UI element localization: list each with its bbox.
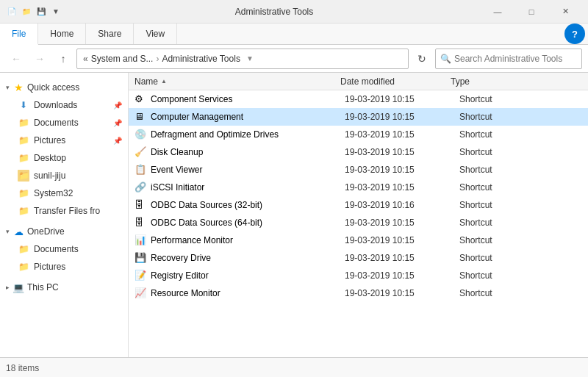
file-icon: 🖥 bbox=[135, 111, 146, 123]
address-path[interactable]: « System and S... › Administrative Tools… bbox=[76, 49, 409, 69]
table-row[interactable]: 📋 Event Viewer 19-03-2019 10:15 Shortcut bbox=[129, 161, 588, 179]
pin-icon-docs: 📌 bbox=[113, 119, 122, 127]
file-name-cell: 🧹 Disk Cleanup bbox=[135, 146, 340, 158]
sidebar-item-transfer[interactable]: 📁 Transfer Files fro bbox=[0, 202, 128, 220]
file-name-text: Performance Monitor bbox=[151, 235, 233, 245]
downloads-label: Downloads bbox=[34, 100, 77, 110]
documents-icon: 📁 bbox=[18, 117, 29, 129]
file-icon: 🧹 bbox=[135, 146, 146, 158]
sidebar-item-this-pc[interactable]: ▸ 💻 This PC bbox=[0, 279, 128, 296]
documents-label: Documents bbox=[34, 118, 79, 128]
col-header-type[interactable]: Type bbox=[451, 76, 582, 87]
minimize-button[interactable]: — bbox=[481, 0, 514, 24]
onedrive-docs-label: Documents bbox=[34, 244, 79, 254]
file-name-text: Defragment and Optimize Drives bbox=[151, 129, 279, 140]
table-row[interactable]: 📈 Resource Monitor 19-03-2019 10:15 Shor… bbox=[129, 284, 588, 302]
file-type-cell: Shortcut bbox=[459, 235, 582, 245]
file-date-cell: 19-03-2019 10:15 bbox=[345, 235, 455, 245]
back-button[interactable]: ← bbox=[6, 49, 26, 69]
pin-icon-pics: 📌 bbox=[113, 137, 122, 145]
file-type-cell: Shortcut bbox=[459, 200, 582, 210]
sidebar-item-onedrive-pics[interactable]: 📁 Pictures bbox=[0, 258, 128, 276]
folder-icon-transfer: 📁 bbox=[18, 205, 29, 217]
file-type-cell: Shortcut bbox=[459, 182, 582, 193]
col-header-name[interactable]: Name ▲ bbox=[135, 76, 340, 87]
file-date-cell: 19-03-2019 10:15 bbox=[345, 94, 455, 104]
file-name-cell: ⚙ Component Services bbox=[135, 93, 340, 105]
path-system: System and S... bbox=[91, 54, 154, 64]
file-icon: 💿 bbox=[135, 129, 146, 140]
sidebar-item-system32[interactable]: 📁 System32 bbox=[0, 184, 128, 202]
folder-icon-onedrive-pics: 📁 bbox=[18, 261, 29, 273]
tab-file[interactable]: File bbox=[0, 24, 38, 45]
window-title: Administrative Tools bbox=[68, 7, 481, 17]
sidebar-item-quick-access[interactable]: ▾ ★ Quick access bbox=[0, 79, 128, 96]
table-row[interactable]: 📊 Performance Monitor 19-03-2019 10:15 S… bbox=[129, 231, 588, 249]
refresh-button[interactable]: ↻ bbox=[412, 49, 432, 69]
table-row[interactable]: 🧹 Disk Cleanup 19-03-2019 10:15 Shortcut bbox=[129, 143, 588, 161]
search-input[interactable] bbox=[454, 54, 577, 64]
file-type-cell: Shortcut bbox=[459, 94, 582, 104]
file-date-cell: 19-03-2019 10:15 bbox=[345, 112, 455, 122]
file-name-text: Resource Monitor bbox=[151, 288, 220, 298]
tab-share[interactable]: Share bbox=[86, 24, 134, 44]
file-name-text: ODBC Data Sources (64-bit) bbox=[151, 218, 262, 228]
file-name-text: Computer Management bbox=[151, 112, 243, 122]
table-row[interactable]: ⚙ Component Services 19-03-2019 10:15 Sh… bbox=[129, 90, 588, 108]
table-row[interactable]: 🔗 iSCSI Initiator 19-03-2019 10:15 Short… bbox=[129, 179, 588, 196]
file-icon: 📋 bbox=[135, 164, 146, 176]
window-icon-2: 📁 bbox=[21, 6, 32, 18]
tab-home[interactable]: Home bbox=[38, 24, 86, 44]
table-row[interactable]: 🗄 ODBC Data Sources (32-bit) 19-03-2019 … bbox=[129, 196, 588, 214]
table-row[interactable]: 📝 Registry Editor 19-03-2019 10:15 Short… bbox=[129, 267, 588, 284]
tab-view[interactable]: View bbox=[134, 24, 177, 44]
table-row[interactable]: 🗄 ODBC Data Sources (64-bit) 19-03-2019 … bbox=[129, 214, 588, 231]
sidebar-section-onedrive: ▾ ☁ OneDrive 📁 Documents 📁 Pictures bbox=[0, 223, 128, 276]
sidebar-item-downloads[interactable]: ⬇ Downloads 📌 bbox=[0, 96, 128, 114]
file-type-cell: Shortcut bbox=[459, 129, 582, 140]
file-type-cell: Shortcut bbox=[459, 270, 582, 281]
pictures-icon: 📁 bbox=[18, 134, 29, 146]
col-header-date[interactable]: Date modified bbox=[340, 76, 451, 87]
file-icon: 📝 bbox=[135, 270, 146, 281]
sidebar-item-sunil[interactable]: 📁 sunil-jiju bbox=[0, 167, 128, 184]
help-button[interactable]: ? bbox=[564, 24, 585, 44]
file-date-cell: 19-03-2019 10:16 bbox=[345, 200, 455, 210]
maximize-button[interactable]: □ bbox=[514, 0, 548, 24]
path-dropdown-arrow[interactable]: ▼ bbox=[246, 54, 254, 62]
path-separator: › bbox=[156, 54, 159, 64]
file-name-cell: 🖥 Computer Management bbox=[135, 111, 340, 123]
file-name-cell: 🗄 ODBC Data Sources (64-bit) bbox=[135, 217, 340, 229]
transfer-label: Transfer Files fro bbox=[34, 206, 100, 216]
file-content: Name ▲ Date modified Type ⚙ Component Se… bbox=[129, 73, 588, 357]
file-icon: 📈 bbox=[135, 287, 146, 299]
file-icon: 🗄 bbox=[135, 199, 146, 211]
onedrive-icon: ☁ bbox=[12, 226, 24, 237]
up-button[interactable]: ↑ bbox=[53, 49, 74, 69]
file-type-cell: Shortcut bbox=[459, 112, 582, 122]
sidebar-item-onedrive-docs[interactable]: 📁 Documents bbox=[0, 240, 128, 258]
table-row[interactable]: 💿 Defragment and Optimize Drives 19-03-2… bbox=[129, 126, 588, 143]
table-row[interactable]: 💾 Recovery Drive 19-03-2019 10:15 Shortc… bbox=[129, 249, 588, 267]
file-icon: 🗄 bbox=[135, 217, 146, 229]
column-headers: Name ▲ Date modified Type bbox=[129, 73, 588, 90]
sidebar-item-documents[interactable]: 📁 Documents 📌 bbox=[0, 114, 128, 132]
close-button[interactable]: ✕ bbox=[548, 0, 582, 24]
sidebar-item-desktop[interactable]: 📁 Desktop bbox=[0, 149, 128, 167]
file-icon: 🔗 bbox=[135, 182, 146, 193]
file-list: ⚙ Component Services 19-03-2019 10:15 Sh… bbox=[129, 90, 588, 357]
star-icon: ★ bbox=[12, 82, 24, 93]
file-icon: 💾 bbox=[135, 252, 146, 264]
onedrive-label: OneDrive bbox=[27, 226, 65, 237]
sidebar-item-onedrive[interactable]: ▾ ☁ OneDrive bbox=[0, 223, 128, 240]
forward-button[interactable]: → bbox=[29, 49, 50, 69]
search-box: 🔍 bbox=[435, 49, 582, 69]
table-row[interactable]: 🖥 Computer Management 19-03-2019 10:15 S… bbox=[129, 108, 588, 126]
window-icon-1: 📄 bbox=[6, 6, 18, 18]
computer-icon: 💻 bbox=[12, 281, 24, 293]
col-name-label: Name bbox=[135, 76, 158, 87]
file-date-cell: 19-03-2019 10:15 bbox=[345, 147, 455, 157]
sidebar-item-pictures[interactable]: 📁 Pictures 📌 bbox=[0, 132, 128, 149]
window-dropdown-icon[interactable]: ▼ bbox=[50, 6, 62, 18]
col-date-label: Date modified bbox=[340, 76, 395, 87]
